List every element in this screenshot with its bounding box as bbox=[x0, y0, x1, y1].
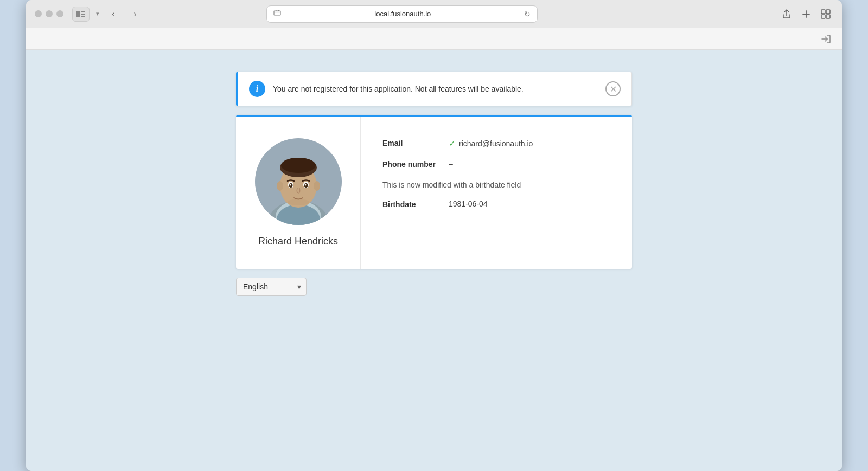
email-label: Email bbox=[382, 138, 442, 147]
svg-rect-1 bbox=[81, 11, 85, 12]
svg-rect-9 bbox=[821, 15, 825, 18]
birthdate-field-row: Birthdate 1981-06-04 bbox=[382, 199, 610, 209]
svg-rect-3 bbox=[81, 16, 85, 17]
profile-card: Richard Hendricks Email ✓ richard@fusion… bbox=[236, 115, 632, 269]
birthdate-note: This is now modified with a birthdate fi… bbox=[382, 179, 610, 191]
new-tab-button[interactable] bbox=[799, 7, 814, 22]
profile-left-panel: Richard Hendricks bbox=[236, 117, 361, 269]
alert-banner: i You are not registered for this applic… bbox=[236, 72, 632, 106]
browser-window: ▾ ‹ › local.fusionauth.io ↻ bbox=[26, 0, 842, 471]
svg-rect-7 bbox=[821, 10, 825, 14]
sidebar-chevron: ▾ bbox=[96, 10, 99, 17]
language-select-wrapper: English Spanish French German bbox=[236, 278, 307, 296]
svg-rect-5 bbox=[276, 10, 277, 12]
minimize-dot bbox=[46, 10, 53, 17]
profile-right-panel: Email ✓ richard@fusionauth.io Phone numb… bbox=[361, 117, 632, 269]
svg-rect-10 bbox=[826, 15, 830, 18]
birthdate-value: 1981-06-04 bbox=[449, 199, 488, 208]
browser-toolbar bbox=[26, 28, 842, 50]
page-content: i You are not registered for this applic… bbox=[26, 50, 842, 471]
phone-value: – bbox=[449, 159, 453, 168]
svg-point-26 bbox=[289, 184, 291, 186]
maximize-dot bbox=[56, 10, 63, 17]
svg-point-19 bbox=[281, 158, 316, 173]
email-field-row: Email ✓ richard@fusionauth.io bbox=[382, 138, 610, 149]
window-controls bbox=[35, 10, 63, 17]
address-bar[interactable]: local.fusionauth.io ↻ bbox=[266, 5, 538, 23]
address-icon bbox=[273, 9, 281, 18]
language-select[interactable]: English Spanish French German bbox=[236, 278, 307, 296]
language-selector-container: English Spanish French German bbox=[236, 278, 632, 296]
email-verified-icon: ✓ bbox=[449, 138, 456, 149]
svg-point-21 bbox=[314, 181, 320, 191]
browser-action-buttons bbox=[779, 7, 833, 22]
alert-message: You are not registered for this applicat… bbox=[273, 83, 598, 95]
birthdate-label: Birthdate bbox=[382, 199, 442, 209]
svg-point-27 bbox=[304, 184, 306, 186]
tab-overview-button[interactable] bbox=[818, 7, 833, 22]
close-dot bbox=[35, 10, 42, 17]
phone-field-row: Phone number – bbox=[382, 159, 610, 169]
reload-button[interactable]: ↻ bbox=[524, 10, 531, 18]
browser-titlebar: ▾ ‹ › local.fusionauth.io ↻ bbox=[26, 0, 842, 28]
phone-label: Phone number bbox=[382, 159, 442, 169]
back-button[interactable]: ‹ bbox=[106, 7, 121, 22]
svg-rect-4 bbox=[274, 11, 280, 15]
profile-name: Richard Hendricks bbox=[258, 236, 338, 247]
avatar bbox=[255, 138, 342, 225]
alert-close-button[interactable]: ✕ bbox=[605, 81, 621, 96]
url-text: local.fusionauth.io bbox=[285, 10, 520, 18]
svg-point-20 bbox=[277, 181, 283, 191]
sidebar-toggle-button[interactable] bbox=[72, 7, 90, 22]
logout-icon[interactable] bbox=[818, 31, 833, 47]
svg-rect-8 bbox=[826, 10, 830, 14]
svg-rect-6 bbox=[278, 10, 279, 12]
forward-button[interactable]: › bbox=[127, 7, 143, 22]
svg-rect-0 bbox=[76, 11, 80, 17]
info-icon: i bbox=[249, 81, 265, 97]
svg-rect-2 bbox=[81, 14, 85, 15]
share-button[interactable] bbox=[779, 7, 794, 22]
svg-point-28 bbox=[288, 199, 309, 205]
email-value: ✓ richard@fusionauth.io bbox=[449, 138, 533, 149]
